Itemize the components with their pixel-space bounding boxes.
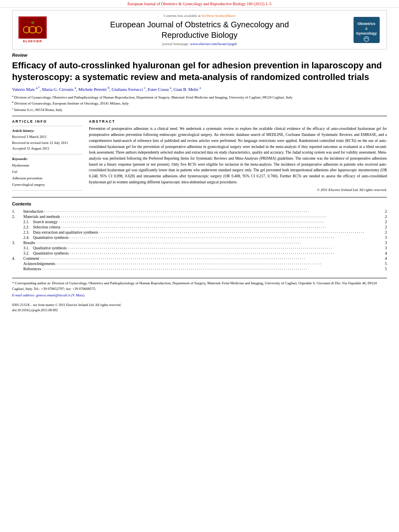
affil-sup-c: c xyxy=(144,86,146,90)
toc-dots-1 xyxy=(44,208,378,213)
author-ferrucci: Giuliano Ferrucci xyxy=(111,87,143,92)
author-cossu: Ester Cossu xyxy=(148,87,169,92)
copyright-line: © 2011 Elsevier Ireland Ltd. All rights … xyxy=(89,188,387,192)
toc-page-ref: 5 xyxy=(379,267,387,271)
toc-row-references: References 5 xyxy=(12,266,387,271)
journal-citation-bar: European Journal of Obstetrics & Gynecol… xyxy=(0,0,399,8)
affil-sup-a2: a xyxy=(75,86,76,90)
authors-line: Valerio Mais a,*, Maria G. Cirronis a, M… xyxy=(12,86,387,92)
toc-page-2-3: 2 xyxy=(379,230,387,234)
toc-dots-2-4 xyxy=(70,234,378,239)
toc-page-3-1: 3 xyxy=(379,246,387,250)
affil-b: b Division of Gynaecology, European Inst… xyxy=(12,100,387,107)
og-logo-container: Obstetrics & Gynecology xyxy=(350,17,383,43)
toc-page-2: 2 xyxy=(379,214,387,219)
contents-section: Contents 1. Introduction 2 2. Materials … xyxy=(12,201,387,271)
svg-text:Gynecology: Gynecology xyxy=(356,31,377,35)
article-history: Article history: Received 3 March 2011 R… xyxy=(12,129,82,151)
toc-subnum-3-1: 3.1. xyxy=(23,246,33,250)
info-divider-3 xyxy=(12,190,82,191)
toc-dots-2-2 xyxy=(62,224,378,228)
keywords-section: Keywords: Hyaluronan Gel Adhesion preven… xyxy=(12,157,82,188)
info-divider-1 xyxy=(12,126,82,126)
header-divider xyxy=(12,116,387,116)
journal-title: European Journal of Obstetrics & Gynecol… xyxy=(53,19,346,40)
affil-sup-b: b xyxy=(108,86,109,90)
corresponding-author-note: * Corresponding author at: Division of G… xyxy=(12,281,387,292)
abstract-text: Prevention of postoperative adhesions is… xyxy=(89,126,387,185)
affiliations: a Division of Gynaecology, Obstetrics an… xyxy=(12,94,387,113)
toc-label-3-1: Qualitative synthesis xyxy=(33,246,67,250)
sciverse-line: Contents lists available at SciVerse Sci… xyxy=(53,14,346,18)
toc-dots-3-2 xyxy=(70,250,378,255)
article-info-col: ARTICLE INFO Article history: Received 3… xyxy=(12,119,82,193)
affil-a: a Division of Gynaecology, Obstetrics an… xyxy=(12,94,387,101)
toc-num-4: 4. xyxy=(12,256,23,261)
author-melis: Gian B. Melis xyxy=(173,87,198,92)
toc-label-3: Results xyxy=(23,240,35,245)
affil-c: c Informa S.r.l., 00154 Roma, Italy xyxy=(12,107,387,113)
toc-subnum-2-4: 2.4. xyxy=(23,235,33,240)
footnotes: * Corresponding author at: Division of G… xyxy=(12,278,387,298)
journal-homepage: journal homepage: www.elsevier.com/locat… xyxy=(53,42,346,46)
toc-label-3-2: Quantitative synthesis xyxy=(33,251,69,255)
svg-text:&: & xyxy=(365,27,367,31)
section-label: Review xyxy=(12,53,387,58)
header-center: Contents lists available at SciVerse Sci… xyxy=(49,14,350,46)
accepted-date: Accepted 31 August 2011 xyxy=(12,146,82,151)
toc-num-2: 2. xyxy=(12,214,23,219)
revised-date: Received in revised form 12 July 2011 xyxy=(12,140,82,146)
abstract-title: ABSTRACT xyxy=(89,119,387,123)
received-date: Received 3 March 2011 xyxy=(12,134,82,140)
homepage-link[interactable]: www.elsevier.com/locate/ejogrb xyxy=(190,42,237,46)
toc-label-ref: References xyxy=(23,267,41,271)
toc-label-2-1: Search strategy xyxy=(33,220,58,224)
toc-num-3: 3. xyxy=(12,240,23,245)
article-info-title: ARTICLE INFO xyxy=(12,119,82,123)
toc-label-1: Introduction xyxy=(23,209,43,214)
keywords-label: Keywords: xyxy=(12,157,82,161)
contents-divider xyxy=(12,197,387,197)
author-peiretti: Michele Peiretti xyxy=(78,87,107,92)
toc-dots-ref xyxy=(42,266,378,270)
info-divider-2 xyxy=(12,154,82,154)
email-text: E-mail address: gineca.vmais@tiscali.it … xyxy=(12,293,85,297)
journal-citation-text: European Journal of Obstetrics & Gynecol… xyxy=(128,2,271,6)
toc-subnum-2-1: 2.1. xyxy=(23,220,33,224)
toc-page-2-4: 3 xyxy=(379,235,387,240)
article-title: Efficacy of auto-crosslinked hyaluronan … xyxy=(12,60,387,83)
journal-header: 🌿 ELSEVIER Contents lists available at S… xyxy=(12,10,387,49)
affil-sup-a4: a xyxy=(200,86,201,90)
email-note: E-mail address: gineca.vmais@tiscali.it … xyxy=(12,293,387,298)
toc-subnum-3-2: 3.2. xyxy=(23,251,33,255)
keyword-gynecology: Gynecological surgery xyxy=(12,181,82,188)
toc-num-1: 1. xyxy=(12,209,23,214)
elsevier-logo-graphic: 🌿 xyxy=(19,16,47,39)
toc-dots-4 xyxy=(40,255,378,260)
toc-page-2-2: 2 xyxy=(379,225,387,229)
og-journal-logo: Obstetrics & Gynecology xyxy=(354,17,380,43)
two-col-layout: ARTICLE INFO Article history: Received 3… xyxy=(12,119,387,193)
toc-dots-2-1 xyxy=(59,219,378,223)
corresponding-text: * Corresponding author at: Division of G… xyxy=(12,281,377,291)
toc-page-4: 4 xyxy=(379,256,387,261)
doi-line: doi:10.1016/j.ejogrb.2011.08.002 xyxy=(12,308,387,313)
toc-subnum-2-2: 2.2. xyxy=(23,225,33,229)
toc-dots-3 xyxy=(36,240,378,244)
toc-label-4: Comment xyxy=(23,256,39,261)
toc-label-2-4: Quantitative synthesis xyxy=(33,235,69,240)
article-body: Review Efficacy of auto-crosslinked hyal… xyxy=(12,53,387,312)
sciverse-link[interactable]: SciVerse ScienceDirect xyxy=(202,14,235,18)
affil-sup-a3: a xyxy=(170,86,171,90)
keyword-adhesion: Adhesion prevention xyxy=(12,175,82,181)
elsevier-wordmark: ELSEVIER xyxy=(23,39,42,43)
toc-page-3-2: 4 xyxy=(379,251,387,255)
keyword-gel: Gel xyxy=(12,168,82,175)
keyword-hyaluronan: Hyaluronan xyxy=(12,162,82,168)
toc-page-1: 2 xyxy=(379,209,387,214)
issn-line: 0301-2115/$ – see front matter © 2011 El… xyxy=(12,302,387,308)
elsevier-logo-container: 🌿 ELSEVIER xyxy=(16,16,49,43)
footer-bottom: 0301-2115/$ – see front matter © 2011 El… xyxy=(12,302,387,313)
toc-dots-2-3 xyxy=(99,229,378,234)
toc-dots-2 xyxy=(61,214,378,218)
